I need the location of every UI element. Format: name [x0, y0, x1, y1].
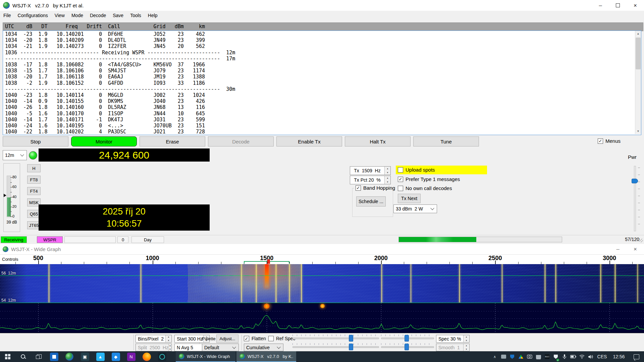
- tray-google-drive-icon[interactable]: [517, 351, 525, 362]
- decode-text-area[interactable]: 1034 -23 1.9 10.140201 0 DF6HE JO52 23 4…: [3, 31, 641, 135]
- ref-spec-row[interactable]: ✓ Ref Spec: [268, 336, 296, 341]
- stop-button[interactable]: Stop: [3, 136, 68, 146]
- tray-wifi-icon[interactable]: [578, 351, 586, 362]
- spin-up-icon[interactable]: ▲: [464, 335, 469, 339]
- spin-up-icon[interactable]: ▲: [385, 176, 390, 180]
- tx-next-button[interactable]: Tx Next: [398, 194, 421, 203]
- spin-down-icon[interactable]: ▼: [385, 180, 390, 184]
- schedule-button[interactable]: Schedule ...: [356, 196, 386, 206]
- spin-down-icon[interactable]: ▼: [464, 348, 469, 351]
- menus-checkbox-row[interactable]: ✓ Menus: [598, 138, 621, 144]
- pinned-app-wsjtx[interactable]: [62, 351, 77, 362]
- spin-up-icon[interactable]: ▲: [385, 167, 390, 171]
- display-mode-selector[interactable]: Cumulative: [244, 344, 283, 351]
- menu-decode[interactable]: Decode: [87, 11, 109, 20]
- adjust-button[interactable]: Adjust...: [216, 335, 238, 343]
- scroll-up-icon[interactable]: ▲: [635, 31, 641, 37]
- pinned-app-firefox[interactable]: [139, 351, 154, 362]
- mode-button-ft8[interactable]: FT8: [27, 176, 41, 184]
- tray-bang-olufsen-icon[interactable]: B&O: [543, 351, 551, 362]
- power-selector[interactable]: 33 dBm 2 W: [393, 204, 437, 213]
- spin-down-icon[interactable]: ▼: [385, 171, 390, 175]
- spin-down-icon[interactable]: ▼: [169, 348, 171, 351]
- slider-handle[interactable]: [349, 344, 353, 350]
- close-icon[interactable]: ✕: [627, 0, 644, 11]
- bins-pixel-spinner[interactable]: Bins/Pixel 2 ▲▼: [136, 335, 172, 343]
- split-spinner[interactable]: Split 2500 Hz ▲▼: [136, 344, 172, 351]
- start-button[interactable]: [0, 351, 15, 362]
- mode-button-ft4[interactable]: FT4: [27, 187, 41, 195]
- palette-selector[interactable]: Default: [202, 344, 239, 351]
- tx-freq-spinner[interactable]: Tx 1509 Hz ▲▼: [350, 166, 391, 175]
- spin-up-icon[interactable]: ▲: [464, 344, 469, 348]
- tune-button[interactable]: Tune: [413, 136, 479, 146]
- resize-grip-icon[interactable]: [639, 239, 643, 242]
- monitor-button[interactable]: Monitor: [71, 136, 137, 146]
- menu-mode[interactable]: Mode: [68, 11, 87, 20]
- task-view-button[interactable]: [31, 351, 46, 362]
- enable-tx-button[interactable]: Enable Tx: [276, 136, 342, 146]
- spin-up-icon[interactable]: ▲: [166, 335, 171, 339]
- pwr-slider-handle[interactable]: [632, 179, 638, 183]
- maximize-icon[interactable]: [609, 0, 627, 11]
- tray-defender-shield-icon[interactable]: [508, 351, 517, 362]
- main-titlebar[interactable]: WSJT-X v2.7.0 by K1JT et al. ─ ✕: [0, 0, 644, 11]
- waterfall-display[interactable]: 56 12m 54 12m: [0, 264, 644, 333]
- band-hopping-row[interactable]: ✓ Band Hopping: [354, 185, 396, 191]
- slider-handle[interactable]: [405, 344, 409, 350]
- tray-touchpad-icon[interactable]: [534, 351, 543, 362]
- flatten-checkbox[interactable]: ✓: [244, 336, 249, 341]
- no-own-call-row[interactable]: ✓ No own call decodes: [398, 185, 452, 191]
- tray-security-icon[interactable]: ✓: [551, 351, 560, 362]
- pinned-app-4[interactable]: ◆: [108, 351, 123, 362]
- waterfall-gain-slider[interactable]: [292, 338, 379, 339]
- tray-volume-icon[interactable]: [586, 351, 595, 362]
- pinned-app-3[interactable]: ▲: [93, 351, 108, 362]
- spec-pct-spinner[interactable]: Spec 30 % ▲▼: [436, 335, 470, 343]
- prefer-type1-checkbox[interactable]: ✓: [398, 177, 403, 182]
- slider-handle[interactable]: [405, 335, 409, 342]
- spin-down-icon[interactable]: ▼: [166, 339, 171, 343]
- controls-toggle[interactable]: Controls: [2, 257, 18, 262]
- scroll-down-icon[interactable]: ▼: [635, 128, 641, 134]
- erase-button[interactable]: Erase: [140, 136, 205, 146]
- tray-overflow-button[interactable]: ∧: [490, 351, 499, 362]
- tx-pct-spinner[interactable]: Tx Pct 20 % ▲▼: [350, 176, 391, 184]
- taskbar-window-main[interactable]: WSJT-X v2.7.0 by K...: [236, 351, 296, 362]
- search-button[interactable]: [15, 351, 31, 362]
- pinned-app-6[interactable]: [154, 351, 170, 362]
- menu-configurations[interactable]: Configurations: [14, 11, 51, 20]
- tray-clock[interactable]: 12:56: [609, 351, 629, 362]
- tray-microphone-icon[interactable]: [560, 351, 569, 362]
- taskbar-window-wide-graph[interactable]: WSJT-X - Wide Graph: [176, 351, 235, 362]
- wide-graph-titlebar[interactable]: WSJT-X - Wide Graph ─ ✕: [0, 244, 644, 255]
- menus-checkbox[interactable]: ✓: [598, 138, 603, 144]
- spin-down-icon[interactable]: ▼: [464, 339, 469, 343]
- pinned-app-2[interactable]: ▣: [77, 351, 93, 362]
- band-selector[interactable]: 12m: [3, 150, 27, 160]
- menu-file[interactable]: File: [0, 11, 14, 20]
- halt-tx-button[interactable]: Halt Tx: [345, 136, 411, 146]
- tray-app-window-icon[interactable]: [499, 351, 508, 362]
- minimize-icon[interactable]: ─: [609, 244, 627, 254]
- spin-up-icon[interactable]: ▲: [169, 344, 171, 348]
- pinned-app-1[interactable]: [46, 351, 62, 362]
- upload-spots-row[interactable]: ✓ Upload spots: [398, 167, 435, 173]
- decode-button[interactable]: Decode: [208, 136, 274, 146]
- minimize-icon[interactable]: ─: [592, 0, 609, 11]
- menu-view[interactable]: View: [51, 11, 68, 20]
- upload-spots-checkbox[interactable]: ✓: [398, 167, 403, 173]
- action-center-icon[interactable]: [629, 351, 644, 362]
- flatten-row[interactable]: ✓ Flatten: [244, 336, 266, 341]
- menu-help[interactable]: Help: [145, 11, 161, 20]
- pinned-app-5[interactable]: N: [123, 351, 139, 362]
- close-icon[interactable]: ✕: [627, 244, 644, 254]
- prefer-type1-row[interactable]: ✓ Prefer Type 1 messages: [398, 176, 460, 182]
- slider-handle[interactable]: [349, 335, 353, 342]
- tray-language-indicator[interactable]: CES: [595, 351, 609, 362]
- mode-button-h[interactable]: H: [27, 164, 41, 172]
- menu-save[interactable]: Save: [109, 11, 127, 20]
- ref-spec-checkbox[interactable]: ✓: [268, 336, 274, 341]
- tx-frequency-marker[interactable]: [267, 259, 270, 264]
- no-own-call-checkbox[interactable]: ✓: [398, 186, 403, 191]
